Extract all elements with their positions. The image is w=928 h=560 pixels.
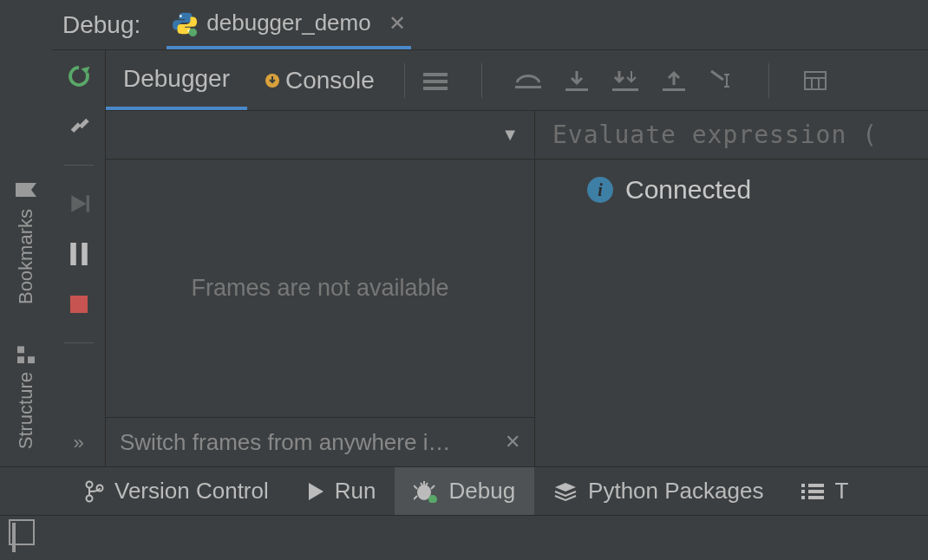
evaluate-icon[interactable] <box>801 66 830 95</box>
tab-console-label: Console <box>285 67 375 94</box>
todo-tool[interactable]: T <box>782 467 867 515</box>
info-icon: i <box>587 177 613 203</box>
run-tool[interactable]: Run <box>288 467 395 515</box>
evaluate-expression-input[interactable]: Evaluate expression ( <box>535 111 928 160</box>
separator <box>64 342 94 343</box>
frames-hint-text: Switch frames from anywhere i… <box>120 429 450 456</box>
evaluate-placeholder: Evaluate expression ( <box>552 120 878 149</box>
bookmark-icon <box>16 181 36 199</box>
more-actions-button[interactable]: » <box>73 432 83 454</box>
svg-rect-14 <box>515 86 541 88</box>
pause-button[interactable] <box>65 240 93 268</box>
tab-debugger[interactable]: Debugger <box>106 50 247 110</box>
python-icon <box>172 10 198 36</box>
svg-rect-31 <box>801 496 805 499</box>
close-icon[interactable]: ✕ <box>505 431 520 453</box>
bookmarks-label: Bookmarks <box>15 209 37 304</box>
bottom-tool-bar: Version Control Run Debug Python Package… <box>0 466 928 515</box>
frames-thread-selector[interactable]: ▼ <box>106 111 534 160</box>
status-bar <box>0 515 928 560</box>
python-packages-tool[interactable]: Python Packages <box>534 467 782 515</box>
svg-rect-1 <box>17 346 24 353</box>
tab-debugger-label: Debugger <box>123 65 230 93</box>
window-icon[interactable] <box>12 524 16 551</box>
run-config-tab[interactable]: debugger_demo ✕ <box>167 0 410 49</box>
step-over-icon[interactable] <box>513 66 543 95</box>
threads-icon[interactable] <box>421 66 450 95</box>
debug-title: Debug: <box>62 11 141 39</box>
separator <box>404 63 405 98</box>
svg-rect-16 <box>612 88 638 91</box>
svg-rect-30 <box>808 490 824 493</box>
debug-tool[interactable]: Debug <box>395 467 534 515</box>
svg-rect-32 <box>808 496 824 499</box>
svg-rect-13 <box>423 87 448 90</box>
resume-button[interactable] <box>65 190 93 218</box>
svg-point-5 <box>189 28 197 36</box>
debug-body: Debugger Console <box>106 50 928 466</box>
run-label: Run <box>335 478 376 505</box>
branch-icon <box>85 480 104 503</box>
svg-rect-0 <box>17 356 24 363</box>
svg-rect-12 <box>423 80 448 83</box>
svg-rect-7 <box>70 243 76 265</box>
debug-label: Debug <box>448 478 515 505</box>
download-icon <box>265 73 280 88</box>
svg-rect-15 <box>565 88 588 91</box>
left-tool-strip: Bookmarks Structure <box>0 0 52 466</box>
debug-content: » Debugger Console <box>52 50 928 466</box>
separator <box>64 165 94 166</box>
structure-tool[interactable]: Structure <box>15 346 37 449</box>
debug-header: Debug: debugger_demo ✕ <box>52 0 928 50</box>
svg-rect-28 <box>808 484 824 487</box>
debug-action-bar: » <box>52 50 106 466</box>
stop-button[interactable] <box>65 290 93 318</box>
debug-toolbar <box>417 63 830 98</box>
svg-point-3 <box>180 15 182 17</box>
svg-rect-18 <box>805 72 826 89</box>
step-into-my-code-icon[interactable] <box>611 66 640 95</box>
frames-panel: ▼ Frames are not available Switch frames… <box>106 111 535 466</box>
run-config-name: debugger_demo <box>206 10 370 36</box>
variables-panel: Evaluate expression ( i Connected <box>535 111 928 466</box>
debug-panels: ▼ Frames are not available Switch frames… <box>106 111 928 466</box>
rerun-button[interactable] <box>65 62 93 90</box>
step-out-icon[interactable] <box>659 66 689 95</box>
separator <box>481 63 482 98</box>
structure-icon <box>17 346 35 363</box>
svg-rect-29 <box>801 490 805 493</box>
svg-rect-17 <box>663 88 685 91</box>
step-into-icon[interactable] <box>562 66 591 95</box>
debugger-tabs-row: Debugger Console <box>106 50 928 111</box>
play-icon <box>307 482 324 501</box>
list-icon <box>801 483 824 500</box>
bookmarks-tool[interactable]: Bookmarks <box>15 179 37 304</box>
svg-point-22 <box>87 481 93 487</box>
close-icon[interactable]: ✕ <box>389 11 406 36</box>
separator <box>768 63 769 98</box>
tab-console[interactable]: Console <box>247 50 392 110</box>
svg-rect-8 <box>82 243 88 265</box>
run-to-cursor-icon[interactable] <box>708 66 737 95</box>
svg-point-23 <box>87 495 93 501</box>
bug-icon <box>414 480 438 503</box>
debugger-status-text: Connected <box>625 175 751 205</box>
chevron-down-icon: ▼ <box>501 125 519 145</box>
packages-icon <box>553 481 578 502</box>
svg-rect-11 <box>423 73 448 76</box>
version-control-tool[interactable]: Version Control <box>66 467 288 515</box>
settings-button[interactable] <box>65 113 93 140</box>
debug-tool-window: Debug: debugger_demo ✕ <box>52 0 928 466</box>
todo-label: T <box>834 478 848 505</box>
debugger-status-row: i Connected <box>535 160 928 205</box>
frames-empty-text: Frames are not available <box>106 160 534 418</box>
structure-label: Structure <box>15 372 37 449</box>
svg-rect-2 <box>28 356 35 363</box>
frames-hint-bar: Switch frames from anywhere i… ✕ <box>106 418 534 466</box>
svg-rect-27 <box>801 484 805 487</box>
svg-rect-6 <box>86 195 88 212</box>
version-control-label: Version Control <box>114 478 269 505</box>
svg-rect-9 <box>70 296 88 313</box>
python-packages-label: Python Packages <box>588 478 763 505</box>
